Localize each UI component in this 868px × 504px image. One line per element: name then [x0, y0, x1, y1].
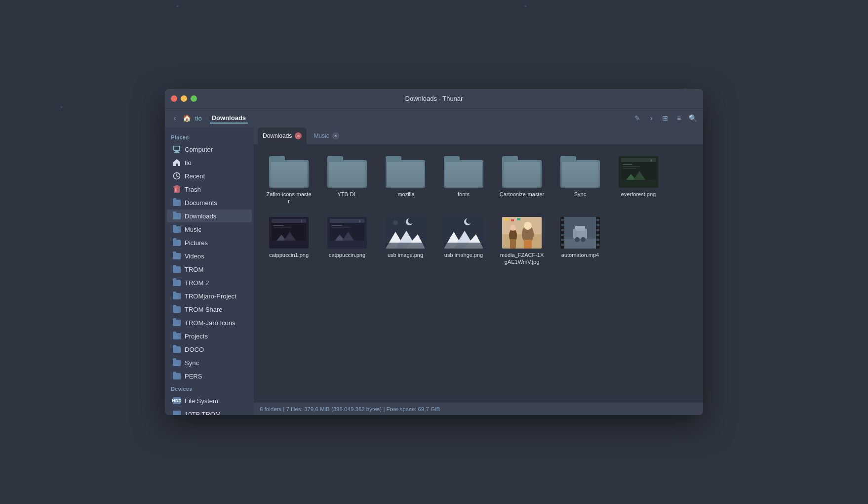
- svg-rect-79: [596, 244, 599, 246]
- sidebar-item-music[interactable]: Music: [167, 223, 252, 236]
- sidebar-item-trom-share[interactable]: TROM Share: [167, 303, 252, 316]
- file-label-zafiro: Zafiro-icons-master: [266, 191, 312, 205]
- sidebar-label-tio: tio: [185, 159, 192, 167]
- file-item-usb-image[interactable]: usb image.png: [378, 213, 433, 270]
- svg-rect-64: [510, 239, 516, 249]
- sidebar-label-downloads: Downloads: [185, 212, 216, 220]
- file-item-catppuccin1[interactable]: ☽ catppuccin1.png: [262, 213, 316, 270]
- svg-rect-83: [575, 226, 585, 231]
- sidebar-item-pictures[interactable]: Pictures: [167, 236, 252, 249]
- file-grid: Zafiro-icons-master YTB-DL: [262, 152, 695, 269]
- forward-nav-button[interactable]: ›: [645, 112, 658, 125]
- tab-close-music[interactable]: ×: [332, 132, 339, 139]
- folder-icon-projects: [173, 332, 181, 340]
- svg-rect-71: [561, 234, 564, 236]
- sidebar-label-trom2: TROM 2: [185, 279, 209, 287]
- sidebar-item-doco[interactable]: DOCO: [167, 343, 252, 356]
- home-icon: 🏠: [183, 114, 191, 122]
- sidebar-item-downloads[interactable]: Downloads: [167, 210, 252, 222]
- svg-point-40: [393, 220, 398, 225]
- folder-icon-tromjaro-project: [173, 292, 181, 300]
- search-button[interactable]: 🔍: [686, 112, 699, 125]
- svg-point-60: [524, 222, 532, 230]
- sidebar-item-trom[interactable]: TROM: [167, 263, 252, 276]
- svg-rect-15: [623, 166, 640, 167]
- minimize-button[interactable]: [181, 95, 187, 102]
- sidebar-item-10tb-trom[interactable]: 10TB TROM: [167, 408, 252, 415]
- file-label-fonts: fonts: [458, 191, 470, 198]
- tab-music[interactable]: Music ×: [309, 127, 344, 144]
- sidebar-item-computer[interactable]: Computer: [167, 143, 252, 156]
- file-item-cartoonize[interactable]: Cartoonize-master: [495, 152, 549, 209]
- sidebar-label-sync: Sync: [185, 359, 199, 367]
- file-item-everforest[interactable]: ☽ everforest.png: [611, 152, 666, 209]
- file-item-usb-imahge[interactable]: usb imahge.png: [436, 213, 491, 270]
- sidebar-label-pictures: Pictures: [185, 239, 208, 247]
- computer-icon: [173, 145, 181, 153]
- sidebar-label-filesystem: File System: [185, 397, 218, 405]
- sidebar-item-trash[interactable]: Trash: [167, 183, 252, 196]
- tab-close-downloads[interactable]: ×: [295, 132, 302, 139]
- sidebar-item-trom-jaro-icons[interactable]: TROM-Jaro Icons: [167, 316, 252, 329]
- svg-rect-53: [444, 243, 483, 249]
- breadcrumb-tio[interactable]: tio: [193, 114, 204, 123]
- file-item-zafiro[interactable]: Zafiro-icons-master: [262, 152, 316, 209]
- maximize-button[interactable]: [191, 95, 197, 102]
- folder-thumb-fonts: [444, 156, 483, 188]
- back-button[interactable]: ‹: [169, 112, 181, 124]
- file-label-catppuccin1: catppuccin1.png: [269, 252, 309, 258]
- close-button[interactable]: [171, 95, 177, 102]
- folder-icon-videos: [173, 252, 181, 260]
- svg-rect-78: [596, 239, 599, 241]
- sidebar-item-sync[interactable]: Sync: [167, 356, 252, 369]
- folder-icon-documents: [173, 199, 181, 207]
- edit-button[interactable]: ✎: [631, 112, 644, 125]
- svg-text:☽: ☽: [649, 159, 652, 162]
- sidebar-item-videos[interactable]: Videos: [167, 250, 252, 262]
- svg-point-84: [575, 237, 580, 242]
- svg-rect-69: [561, 224, 564, 226]
- svg-rect-37: [331, 227, 350, 228]
- file-item-sync[interactable]: Sync: [553, 152, 607, 209]
- folder-icon-music: [173, 225, 181, 233]
- sidebar-item-recent[interactable]: Recent: [167, 169, 252, 182]
- svg-rect-72: [561, 239, 564, 241]
- sidebar-item-tromjaro-project[interactable]: TROMjaro-Project: [167, 290, 252, 302]
- svg-rect-73: [561, 244, 564, 246]
- sidebar-item-filesystem[interactable]: HDD File System: [167, 394, 252, 407]
- window-title: Downloads - Thunar: [405, 95, 463, 102]
- content-pane: Downloads × Music ×: [254, 127, 703, 415]
- home-icon: [173, 159, 181, 167]
- view-list-button[interactable]: ≡: [672, 112, 685, 125]
- sidebar-item-tio[interactable]: tio: [167, 156, 252, 169]
- svg-rect-81: [564, 239, 596, 249]
- file-label-cartoonize: Cartoonize-master: [500, 191, 544, 198]
- file-item-fonts[interactable]: fonts: [436, 152, 491, 209]
- tab-downloads[interactable]: Downloads ×: [258, 127, 307, 144]
- svg-rect-27: [273, 225, 284, 226]
- file-label-sync: Sync: [574, 191, 586, 198]
- svg-text:☽: ☽: [358, 220, 360, 223]
- file-item-catppuccin[interactable]: ☽ catppuccin.png: [320, 213, 374, 270]
- places-label: Places: [165, 131, 254, 142]
- svg-rect-76: [596, 229, 599, 231]
- svg-rect-38: [330, 242, 364, 249]
- sidebar-item-projects[interactable]: Projects: [167, 330, 252, 342]
- sidebar-item-trom2[interactable]: TROM 2: [167, 276, 252, 289]
- file-label-media: media_FZACF-1XgAE1WmV.jpg: [499, 252, 545, 266]
- svg-rect-3: [174, 152, 179, 153]
- sidebar-item-pers[interactable]: PERS: [167, 370, 252, 382]
- file-item-media[interactable]: media_FZACF-1XgAE1WmV.jpg: [495, 213, 549, 270]
- view-grid-button[interactable]: ⊞: [659, 112, 671, 125]
- file-grid-container[interactable]: Zafiro-icons-master YTB-DL: [254, 144, 703, 402]
- file-item-ytb-dl[interactable]: YTB-DL: [320, 152, 374, 209]
- breadcrumb-current: Downloads: [210, 113, 248, 124]
- sidebar-item-documents[interactable]: Documents: [167, 196, 252, 209]
- sidebar-label-trom-share: TROM Share: [185, 306, 223, 313]
- file-item-mozilla[interactable]: .mozilla: [378, 152, 433, 209]
- file-item-automaton[interactable]: automaton.mp4: [553, 213, 607, 270]
- svg-text:☽: ☽: [300, 220, 302, 223]
- svg-point-63: [510, 225, 516, 231]
- svg-point-85: [581, 237, 586, 242]
- main-area: Places Computer: [165, 127, 703, 415]
